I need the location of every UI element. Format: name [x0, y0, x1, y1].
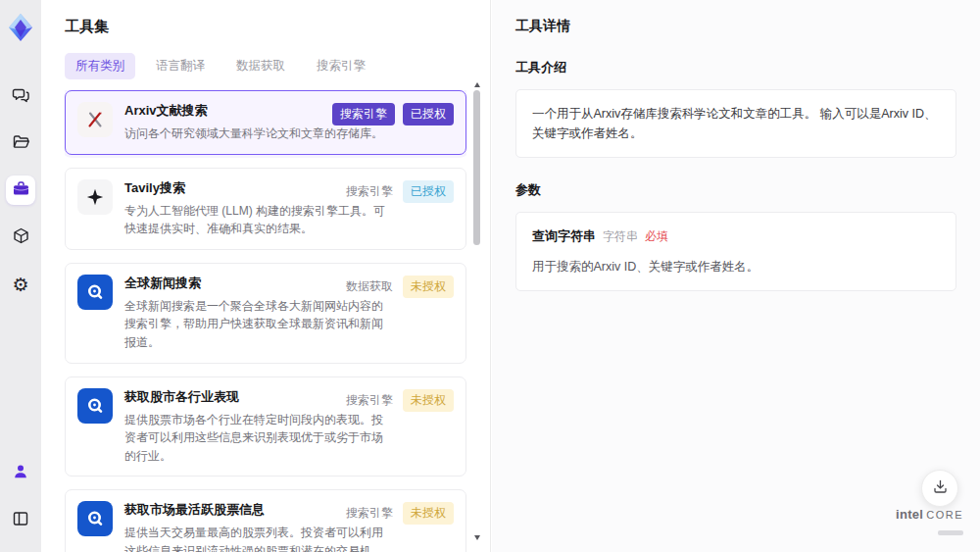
download-button[interactable] — [921, 470, 958, 507]
tool-auth-badge: 未授权 — [403, 502, 454, 525]
left-icon-rail: ⚙ — [0, 0, 41, 552]
scrollbar-up-arrow-icon[interactable] — [474, 82, 480, 87]
param-name: 查询字符串 — [532, 226, 596, 247]
sidebar-item-panel-toggle[interactable] — [6, 506, 35, 535]
tab-category-3[interactable]: 搜索引擎 — [306, 53, 376, 79]
tool-auth-badge: 未授权 — [403, 276, 454, 298]
app-logo[interactable] — [6, 12, 35, 47]
blue-search-icon — [77, 275, 113, 310]
tab-category-2[interactable]: 数据获取 — [225, 53, 296, 79]
sidebar-item-packages[interactable] — [6, 223, 35, 252]
tool-description: 专为人工智能代理 (LLM) 构建的搜索引擎工具。可快速提供实时、准确和真实的结… — [124, 202, 391, 238]
panel-toggle-icon — [12, 510, 29, 531]
tool-description: 全球新闻搜索是一个聚合全球各大新闻网站内容的搜索引擎，帮助用户快速获取全球最新资… — [124, 297, 391, 352]
tool-card[interactable]: 获取市场最活跃股票信息 提供当天交易量最高的股票列表。投资者可以利用这些信息来识… — [65, 489, 466, 552]
intro-text: 一个用于从Arxiv存储库搜索科学论文和文章的工具。 输入可以是Arxiv ID… — [532, 107, 937, 140]
tool-detail-panel: 工具详情 工具介绍 一个用于从Arxiv存储库搜索科学论文和文章的工具。 输入可… — [492, 0, 980, 552]
intel-product-text: CORE — [926, 509, 963, 521]
tool-badges: 数据获取 未授权 — [344, 276, 454, 298]
intel-core-logo: intelCORE — [896, 508, 963, 539]
blue-search-icon — [77, 501, 113, 536]
tool-badges: 搜索引擎 未授权 — [344, 502, 454, 525]
tool-category-badge: 搜索引擎 — [344, 502, 395, 525]
scrollbar-down-arrow-icon[interactable] — [474, 535, 480, 540]
intro-section-title: 工具介绍 — [515, 59, 956, 76]
tool-category-badge: 数据获取 — [344, 276, 395, 298]
tab-category-0[interactable]: 所有类别 — [65, 53, 135, 79]
list-scrollbar[interactable] — [473, 82, 481, 540]
params-section-title: 参数 — [515, 181, 956, 199]
download-icon — [932, 478, 949, 498]
tool-auth-badge: 未授权 — [403, 389, 454, 412]
tool-badges: 搜索引擎 已授权 — [332, 103, 454, 125]
sidebar-item-chat[interactable] — [6, 81, 35, 111]
tavily-star-icon — [77, 179, 113, 215]
tool-card[interactable]: Tavily搜索 专为人工智能代理 (LLM) 构建的搜索引擎工具。可快速提供实… — [65, 168, 466, 250]
arxiv-icon — [77, 102, 113, 137]
scrollbar-thumb[interactable] — [473, 90, 480, 245]
param-type: 字符串 — [603, 227, 638, 246]
intel-brand-text: intel — [896, 507, 923, 522]
chat-icon — [12, 85, 30, 108]
blue-search-icon — [77, 388, 113, 424]
folder-icon — [12, 132, 30, 155]
tool-category-badge: 搜索引擎 — [344, 180, 395, 203]
tool-card[interactable]: Arxiv文献搜索 访问各个研究领域大量科学论文和文章的存储库。 搜索引擎 已授… — [65, 90, 466, 155]
sidebar-item-account[interactable] — [6, 459, 35, 488]
intel-sub-mark — [938, 530, 963, 535]
tool-auth-badge: 已授权 — [403, 180, 454, 203]
cube-icon — [12, 226, 30, 249]
tool-list-panel: 工具集 所有类别语言翻译数据获取搜索引擎 Arxiv文献搜索 访问各个研究领域大… — [41, 0, 491, 552]
tool-card[interactable]: 获取股市各行业表现 提供股票市场各个行业在特定时间段内的表现。投资者可以利用这些… — [65, 376, 466, 477]
detail-title: 工具详情 — [515, 18, 956, 35]
tool-description: 提供股票市场各个行业在特定时间段内的表现。投资者可以利用这些信息来识别表现优于或… — [124, 411, 391, 466]
sidebar-item-files[interactable] — [6, 128, 35, 158]
page-title: 工具集 — [65, 18, 466, 36]
category-tabs: 所有类别语言翻译数据获取搜索引擎 — [65, 53, 466, 79]
tab-category-1[interactable]: 语言翻译 — [145, 53, 216, 79]
tool-auth-badge: 已授权 — [403, 103, 454, 125]
tool-list: Arxiv文献搜索 访问各个研究领域大量科学论文和文章的存储库。 搜索引擎 已授… — [65, 90, 466, 552]
param-item: 查询字符串 字符串 必填 用于搜索的Arxiv ID、关键字或作者姓名。 — [532, 226, 940, 276]
tool-description: 提供当天交易量最高的股票列表。投资者可以利用这些信息来识别流动性强的股票和潜在的… — [124, 524, 391, 552]
tool-category-badge: 搜索引擎 — [332, 103, 395, 125]
param-description: 用于搜索的Arxiv ID、关键字或作者姓名。 — [532, 257, 940, 276]
param-required-badge: 必填 — [645, 227, 668, 246]
settings-gear-icon: ⚙ — [12, 276, 28, 294]
rail-bottom — [6, 450, 35, 544]
toolbox-icon — [12, 179, 30, 202]
user-icon — [12, 463, 29, 484]
tool-badges: 搜索引擎 未授权 — [344, 389, 454, 412]
tool-card[interactable]: 全球新闻搜索 全球新闻搜索是一个聚合全球各大新闻网站内容的搜索引擎，帮助用户快速… — [65, 263, 466, 364]
sidebar-item-toolbox[interactable] — [6, 176, 35, 205]
params-box: 查询字符串 字符串 必填 用于搜索的Arxiv ID、关键字或作者姓名。 — [515, 212, 956, 291]
tool-description: 访问各个研究领域大量科学论文和文章的存储库。 — [124, 125, 391, 143]
intro-box: 一个用于从Arxiv存储库搜索科学论文和文章的工具。 输入可以是Arxiv ID… — [515, 89, 956, 158]
tool-badges: 搜索引擎 已授权 — [344, 180, 454, 203]
tool-category-badge: 搜索引擎 — [344, 389, 395, 412]
sidebar-item-settings[interactable]: ⚙ — [6, 270, 35, 299]
